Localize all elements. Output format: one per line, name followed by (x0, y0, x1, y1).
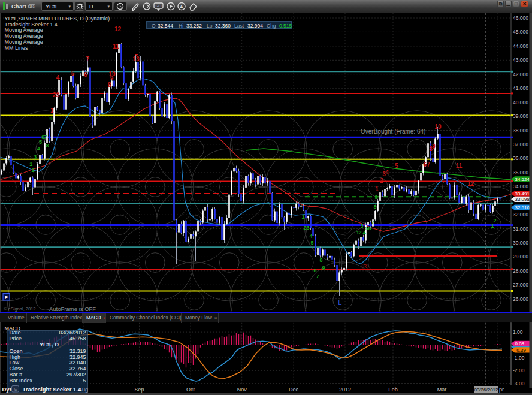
svg-text:GO: GO (156, 4, 162, 8)
svg-text:7: 7 (44, 134, 47, 140)
svg-text:-0.39: -0.39 (515, 348, 527, 353)
svg-text:2: 2 (380, 177, 383, 184)
svg-text:1: 1 (491, 223, 494, 229)
svg-text:4: 4 (385, 169, 389, 176)
svg-text:38.000: 38.000 (513, 128, 528, 134)
svg-text:13: 13 (132, 56, 140, 62)
svg-text:Tradesight Seeker 1.4: Tradesight Seeker 1.4 (5, 22, 58, 28)
svg-text:6: 6 (313, 267, 316, 273)
svg-text:Nov: Nov (237, 387, 247, 393)
svg-text:03/26/2012: 03/26/2012 (474, 387, 498, 393)
svg-text:(R): (R) (361, 263, 369, 269)
svg-text:Tradesight Seeker 1.4: Tradesight Seeker 1.4 (23, 386, 81, 393)
svg-text:L: L (338, 300, 341, 306)
svg-text:5: 5 (310, 240, 313, 246)
svg-text:8: 8 (108, 82, 111, 88)
svg-text:11: 11 (113, 43, 119, 50)
svg-text:3: 3 (34, 154, 37, 160)
svg-text:2: 2 (31, 167, 34, 173)
svg-text:8: 8 (319, 257, 322, 263)
svg-text:Date: Date (10, 330, 21, 336)
svg-text:pr: pr (499, 387, 504, 393)
svg-text:6: 6 (84, 71, 87, 78)
svg-text:Moving Average: Moving Average (5, 39, 43, 45)
svg-text:7: 7 (371, 219, 374, 225)
svg-text:1.00: 1.00 (513, 329, 523, 335)
svg-text:5: 5 (395, 162, 398, 169)
svg-text:42.000: 42.000 (513, 71, 528, 77)
svg-text:11: 11 (456, 162, 463, 169)
svg-text:YI #F,SILVER MINI FUTURES, D (: YI #F,SILVER MINI FUTURES, D (Dynamic) (5, 16, 110, 22)
svg-text:45.000: 45.000 (513, 29, 528, 35)
svg-text:9: 9 (49, 116, 52, 122)
svg-text:297/302: 297/302 (66, 372, 86, 378)
svg-text:Dyn: Dyn (2, 386, 13, 393)
svg-text:Bar Index: Bar Index (10, 378, 33, 384)
svg-text:9: 9 (374, 194, 377, 200)
svg-text:Mar: Mar (437, 387, 447, 393)
svg-text:3: 3 (360, 223, 363, 229)
svg-text:5: 5 (71, 70, 75, 77)
svg-text:43.000: 43.000 (513, 57, 528, 63)
svg-text:39.000: 39.000 (513, 113, 528, 119)
svg-text:29.000: 29.000 (513, 254, 528, 260)
svg-text:3: 3 (306, 225, 309, 231)
svg-text:37.000: 37.000 (513, 141, 528, 147)
svg-text:Feb: Feb (388, 387, 398, 393)
svg-text:4: 4 (56, 74, 60, 81)
svg-text:fo: fo (14, 388, 17, 391)
svg-text:40.000: 40.000 (513, 99, 528, 105)
svg-text:36.000: 36.000 (513, 155, 528, 161)
svg-text:Moving Average: Moving Average (5, 33, 43, 39)
svg-text:44.000: 44.000 (513, 43, 528, 49)
svg-text:6: 6 (368, 225, 371, 231)
svg-text:Oct: Oct (186, 387, 195, 393)
svg-text:0.08: 0.08 (515, 341, 525, 346)
svg-text:41.000: 41.000 (513, 85, 528, 91)
svg-text:© eSignal, 2012: © eSignal, 2012 (4, 306, 35, 312)
svg-text:1: 1 (301, 214, 304, 220)
svg-text:-1.00: -1.00 (513, 355, 525, 361)
svg-text:12: 12 (467, 180, 474, 187)
svg-text:Close: Close (10, 366, 23, 372)
svg-text:8: 8 (373, 204, 376, 210)
svg-text:Moving Average: Moving Average (5, 27, 43, 33)
svg-text:23: 23 (53, 92, 60, 98)
svg-text:03/26/2012: 03/26/2012 (59, 330, 86, 336)
svg-text:MM Lines: MM Lines (5, 45, 29, 51)
svg-text:OverBought (Frame: 64): OverBought (Frame: 64) (361, 128, 425, 135)
svg-text:Sep: Sep (134, 387, 144, 393)
svg-text:7: 7 (427, 161, 430, 168)
svg-text:4: 4 (309, 233, 312, 239)
svg-text:High: High (10, 354, 21, 360)
svg-text:1: 1 (29, 161, 32, 167)
svg-text:7: 7 (316, 273, 319, 279)
svg-text:P: P (5, 295, 8, 300)
svg-text:32.000: 32.000 (513, 212, 528, 218)
svg-text:Bar #: Bar # (10, 372, 23, 378)
svg-text:30.000: 30.000 (513, 240, 528, 246)
svg-text:27.000: 27.000 (513, 282, 528, 288)
svg-text:31.000: 31.000 (513, 226, 528, 232)
svg-text:32.510: 32.510 (515, 205, 530, 210)
svg-text:34.000: 34.000 (513, 183, 528, 189)
svg-text:32.040: 32.040 (69, 360, 86, 366)
svg-text:2012: 2012 (339, 387, 351, 393)
svg-text:2: 2 (493, 218, 496, 224)
svg-text:1: 1 (375, 186, 379, 192)
svg-text:AutoFrame is OFF: AutoFrame is OFF (49, 306, 96, 312)
svg-text:32.764: 32.764 (69, 366, 86, 372)
svg-text:33.098: 33.098 (515, 197, 530, 202)
svg-text:Open: Open (10, 348, 23, 354)
svg-text:YI #F, D: YI #F, D (40, 342, 59, 348)
svg-text:46.000: 46.000 (513, 15, 528, 21)
svg-text:9: 9 (432, 143, 436, 150)
svg-text:32.945: 32.945 (69, 354, 86, 360)
svg-text:1: 1 (50, 107, 54, 114)
svg-text:2: 2 (358, 230, 361, 236)
svg-text:32.319: 32.319 (69, 348, 86, 354)
svg-text:Price: Price (10, 336, 22, 342)
svg-text:34.524: 34.524 (515, 177, 530, 182)
svg-text:-5: -5 (81, 378, 86, 384)
svg-text:-2.00: -2.00 (513, 367, 525, 373)
